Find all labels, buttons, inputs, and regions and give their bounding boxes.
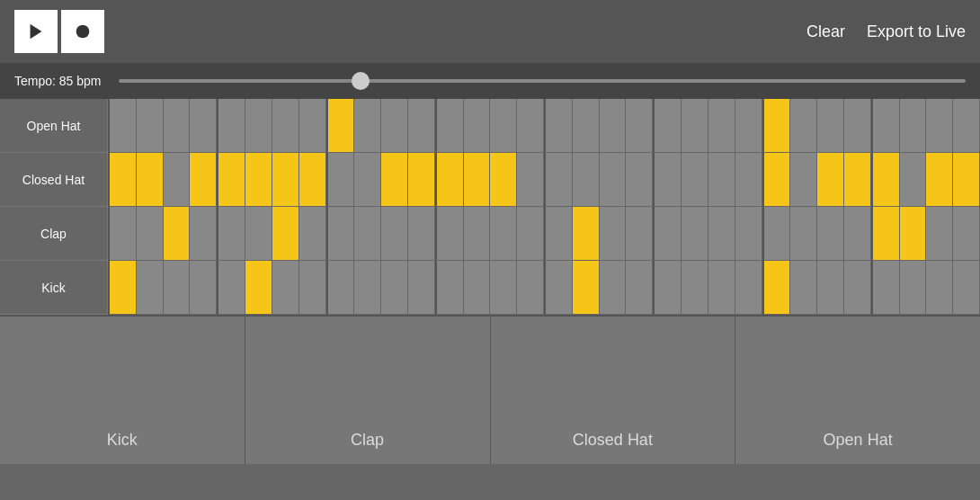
step-cell[interactable] (573, 99, 600, 153)
step-cell[interactable] (217, 261, 245, 315)
step-cell[interactable] (490, 99, 517, 153)
step-cell[interactable] (408, 261, 435, 315)
step-cell[interactable] (735, 99, 762, 153)
step-cell[interactable] (900, 261, 927, 315)
step-cell[interactable] (762, 99, 791, 153)
step-cell[interactable] (299, 207, 326, 261)
step-cell[interactable] (190, 153, 217, 207)
step-cell[interactable] (817, 153, 844, 207)
step-cell[interactable] (544, 153, 573, 207)
step-cell[interactable] (435, 99, 464, 153)
step-cell[interactable] (900, 207, 927, 261)
step-cell[interactable] (953, 99, 980, 153)
step-cell[interactable] (762, 153, 791, 207)
step-cell[interactable] (299, 261, 326, 315)
export-button[interactable]: Export to Live (867, 22, 966, 41)
step-cell[interactable] (326, 207, 355, 261)
step-cell[interactable] (871, 99, 900, 153)
step-cell[interactable] (626, 261, 653, 315)
step-cell[interactable] (272, 207, 299, 261)
step-cell[interactable] (735, 153, 762, 207)
step-cell[interactable] (490, 153, 517, 207)
step-cell[interactable] (464, 207, 491, 261)
step-cell[interactable] (408, 99, 435, 153)
step-cell[interactable] (682, 261, 708, 315)
step-cell[interactable] (354, 261, 381, 315)
step-cell[interactable] (926, 261, 953, 315)
step-cell[interactable] (137, 153, 164, 207)
step-cell[interactable] (708, 99, 735, 153)
step-cell[interactable] (381, 261, 408, 315)
clear-button[interactable]: Clear (806, 22, 845, 41)
step-cell[interactable] (435, 261, 464, 315)
step-cell[interactable] (164, 207, 191, 261)
step-cell[interactable] (600, 153, 627, 207)
step-cell[interactable] (164, 99, 191, 153)
step-cell[interactable] (926, 207, 953, 261)
step-cell[interactable] (626, 207, 653, 261)
step-cell[interactable] (354, 207, 381, 261)
record-button[interactable] (61, 10, 104, 53)
step-cell[interactable] (190, 207, 217, 261)
step-cell[interactable] (544, 261, 573, 315)
step-cell[interactable] (408, 207, 435, 261)
step-cell[interactable] (871, 207, 900, 261)
step-cell[interactable] (326, 153, 355, 207)
step-cell[interactable] (164, 153, 191, 207)
step-cell[interactable] (653, 207, 682, 261)
step-cell[interactable] (245, 153, 272, 207)
step-cell[interactable] (762, 207, 791, 261)
step-cell[interactable] (108, 99, 137, 153)
step-cell[interactable] (108, 207, 137, 261)
step-cell[interactable] (190, 99, 217, 153)
step-cell[interactable] (626, 99, 653, 153)
step-cell[interactable] (573, 153, 600, 207)
step-cell[interactable] (682, 207, 708, 261)
step-cell[interactable] (735, 207, 762, 261)
step-cell[interactable] (354, 99, 381, 153)
step-cell[interactable] (490, 207, 517, 261)
step-cell[interactable] (164, 261, 191, 315)
step-cell[interactable] (573, 207, 600, 261)
step-cell[interactable] (900, 99, 927, 153)
step-cell[interactable] (381, 99, 408, 153)
step-cell[interactable] (137, 207, 164, 261)
step-cell[interactable] (517, 261, 544, 315)
step-cell[interactable] (626, 153, 653, 207)
step-cell[interactable] (272, 261, 299, 315)
step-cell[interactable] (354, 153, 381, 207)
step-cell[interactable] (190, 261, 217, 315)
step-cell[interactable] (245, 99, 272, 153)
step-cell[interactable] (600, 261, 627, 315)
step-cell[interactable] (381, 207, 408, 261)
step-cell[interactable] (653, 99, 682, 153)
step-cell[interactable] (272, 153, 299, 207)
step-cell[interactable] (953, 153, 980, 207)
step-cell[interactable] (600, 207, 627, 261)
step-cell[interactable] (299, 99, 326, 153)
step-cell[interactable] (926, 153, 953, 207)
step-cell[interactable] (108, 261, 137, 315)
step-cell[interactable] (600, 99, 627, 153)
step-cell[interactable] (381, 153, 408, 207)
step-cell[interactable] (517, 99, 544, 153)
step-cell[interactable] (953, 207, 980, 261)
step-cell[interactable] (408, 153, 435, 207)
step-cell[interactable] (682, 99, 708, 153)
step-cell[interactable] (299, 153, 326, 207)
step-cell[interactable] (217, 207, 245, 261)
tempo-slider[interactable] (119, 79, 966, 83)
step-cell[interactable] (653, 261, 682, 315)
step-cell[interactable] (435, 207, 464, 261)
step-cell[interactable] (217, 153, 245, 207)
step-cell[interactable] (573, 261, 600, 315)
step-cell[interactable] (326, 261, 355, 315)
step-cell[interactable] (682, 153, 708, 207)
step-cell[interactable] (544, 99, 573, 153)
step-cell[interactable] (900, 153, 927, 207)
step-cell[interactable] (926, 99, 953, 153)
step-cell[interactable] (708, 261, 735, 315)
step-cell[interactable] (844, 99, 871, 153)
step-cell[interactable] (817, 261, 844, 315)
step-cell[interactable] (517, 207, 544, 261)
